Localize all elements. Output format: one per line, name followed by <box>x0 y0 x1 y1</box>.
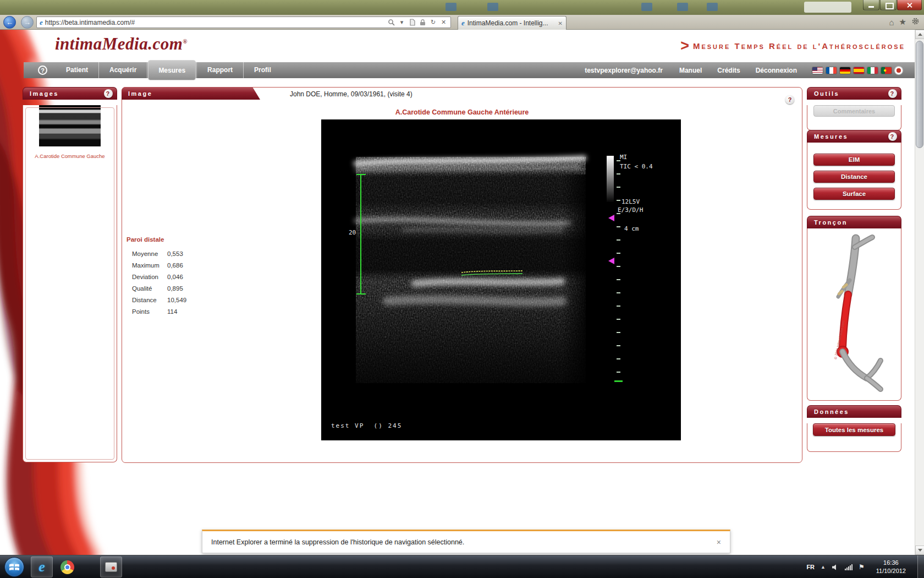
flag-us-icon[interactable] <box>812 67 823 74</box>
nav-link-credits[interactable]: Crédits <box>717 67 740 74</box>
images-list-frame <box>25 107 114 460</box>
main-nav: ? Patient Acquérir Mesures Rapport Profi… <box>24 62 915 78</box>
nav-item-mesures[interactable]: Mesures <box>148 60 196 80</box>
hidden-icons-chevron-icon[interactable]: ▲ <box>821 564 826 570</box>
window-titlebar <box>0 0 924 15</box>
tools-help-button[interactable]: ? <box>888 89 897 98</box>
image-panel-tab: Image <box>122 87 260 100</box>
surface-button[interactable]: Surface <box>813 188 895 200</box>
browser-toolbar: ← → e https://beta.intimamedia.com/# ▾ ↻… <box>0 15 924 30</box>
browser-tab[interactable]: e IntimaMedia.com - Intellig... ✕ <box>458 16 566 30</box>
scroll-up-button[interactable] <box>915 30 924 39</box>
tab-favicon-icon: e <box>461 19 465 28</box>
probe-label: 12L5V <box>622 198 640 205</box>
window-controls <box>862 0 922 10</box>
flag-de-icon[interactable] <box>840 67 850 74</box>
scrollbar-thumb[interactable] <box>916 41 923 148</box>
ie-icon: e <box>38 560 45 574</box>
address-bar[interactable]: e https://beta.intimamedia.com/# ▾ ↻ ✕ <box>36 17 451 28</box>
notification-close-icon[interactable]: × <box>717 538 721 547</box>
images-panel: Images ? A.Carotide Commune Gauche <box>23 87 117 462</box>
refresh-icon[interactable]: ↻ <box>429 18 437 27</box>
favorites-star-icon[interactable]: ★ <box>899 17 906 27</box>
site-tagline: > Mesure Temps Réel de l'Athérosclérose <box>680 37 905 54</box>
stop-icon[interactable]: ✕ <box>439 18 448 27</box>
back-button[interactable]: ← <box>3 16 16 29</box>
patient-info: John DOE, Homme, 09/03/1961, (visite 4) <box>290 90 413 98</box>
registered-mark: ® <box>183 38 188 45</box>
flag-it-icon[interactable] <box>867 67 878 74</box>
measures-panel: Mesures ? EIM Distance Surface <box>807 130 901 210</box>
ie-taskbar-button[interactable]: e <box>31 557 53 577</box>
start-button[interactable] <box>4 557 24 577</box>
page-scrollbar[interactable] <box>915 30 924 555</box>
flag-fr-icon[interactable] <box>826 67 837 74</box>
tic-readout: TIC < 0.4 <box>620 163 653 170</box>
compatibility-view-icon[interactable] <box>408 18 416 27</box>
titlebar-decoration <box>446 3 457 11</box>
nav-separator <box>147 60 147 80</box>
stat-row: Distance10,549 <box>127 294 242 306</box>
address-input[interactable]: https://beta.intimamedia.com/# <box>45 19 385 26</box>
measures-help-button[interactable]: ? <box>888 132 897 141</box>
titlebar-decoration <box>487 3 498 11</box>
taskbar-clock[interactable]: 16:36 11/10/2012 <box>876 559 906 575</box>
clock-time: 16:36 <box>876 559 906 567</box>
nav-item-profil[interactable]: Profil <box>244 62 281 78</box>
volume-icon[interactable] <box>832 564 839 570</box>
stat-row: Qualité0,895 <box>127 282 242 294</box>
network-icon[interactable] <box>845 564 853 570</box>
browser-notification: Internet Explorer a terminé la suppressi… <box>202 530 730 553</box>
stat-row: Deviation0,046 <box>127 271 242 282</box>
home-icon[interactable]: ⌂ <box>889 18 894 27</box>
nav-item-acquerir[interactable]: Acquérir <box>100 62 146 78</box>
mi-readout: MI <box>620 154 627 161</box>
nav-item-patient[interactable]: Patient <box>56 62 98 78</box>
show-desktop-button[interactable] <box>917 555 924 578</box>
mode-label: E/3/D/H <box>618 206 643 214</box>
tools-panel-header: Outils ? <box>807 87 901 100</box>
screen: ← → e https://beta.intimamedia.com/# ▾ ↻… <box>0 0 924 578</box>
close-button[interactable] <box>897 0 922 10</box>
nav-link-manuel[interactable]: Manuel <box>679 67 702 74</box>
flag-pt-icon[interactable] <box>881 67 892 74</box>
images-help-button[interactable]: ? <box>104 89 113 98</box>
scroll-down-button[interactable] <box>915 546 924 555</box>
forward-button[interactable]: → <box>21 16 34 29</box>
settings-gear-icon[interactable] <box>911 17 920 27</box>
app-icon <box>105 562 117 572</box>
nav-link-deconnexion[interactable]: Déconnexion <box>756 67 797 74</box>
image-help-button[interactable]: ? <box>785 95 794 104</box>
flag-es-icon[interactable] <box>854 67 864 74</box>
titlebar-decoration <box>641 3 652 11</box>
donnees-panel: Données Toutes les mesures <box>807 405 901 452</box>
windows-logo-icon <box>9 563 20 571</box>
tab-close-icon[interactable]: ✕ <box>558 20 563 26</box>
image-title: A.Carotide Commune Gauche Antérieure <box>122 108 802 116</box>
flag-jp-icon[interactable] <box>895 67 903 74</box>
nav-help-button[interactable]: ? <box>38 66 47 75</box>
site-favicon-icon: e <box>40 18 43 27</box>
nav-item-rapport[interactable]: Rapport <box>197 62 243 78</box>
nav-separator <box>98 60 99 80</box>
action-center-flag-icon[interactable]: ⚑ <box>859 563 865 571</box>
ultrasound-image[interactable]: MI TIC < 0.4 12L5V E/3/D/H 4 cm 20 test … <box>321 119 681 440</box>
all-measures-button[interactable]: Toutes les mesures <box>813 423 895 436</box>
stat-row: Moyenne0,553 <box>127 248 242 259</box>
artery-diagram[interactable]: © 2011 IntimaMedia.com <box>818 232 890 397</box>
search-icon[interactable] <box>387 18 395 27</box>
language-indicator[interactable]: FR <box>806 564 815 570</box>
eim-button[interactable]: EIM <box>813 154 895 166</box>
bracket-label: 20 <box>349 229 356 236</box>
security-lock-icon <box>419 18 427 27</box>
distance-button[interactable]: Distance <box>813 171 895 183</box>
chrome-taskbar-button[interactable] <box>56 557 78 577</box>
app-taskbar-button[interactable] <box>100 557 122 577</box>
search-dropdown-caret-icon[interactable]: ▾ <box>398 18 406 27</box>
troncon-panel: Tronçon <box>807 216 901 401</box>
donnees-panel-header: Données <box>807 405 901 418</box>
minimize-button[interactable] <box>863 0 879 10</box>
maximize-button[interactable] <box>880 0 897 10</box>
site-logo[interactable]: intimaMedia.com® <box>55 34 188 54</box>
tagline-chevron-icon: > <box>680 37 689 54</box>
